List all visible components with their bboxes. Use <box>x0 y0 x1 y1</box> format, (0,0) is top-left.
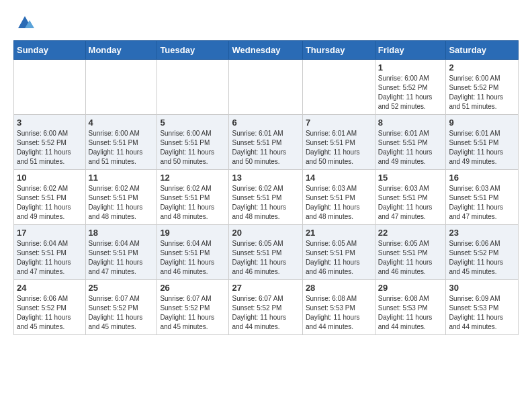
day-info: Sunrise: 6:00 AM Sunset: 5:51 PM Dayligh… <box>89 129 154 167</box>
day-number: 15 <box>378 173 443 183</box>
weekday-header-friday: Friday <box>375 41 446 60</box>
calendar-week-row: 17Sunrise: 6:04 AM Sunset: 5:51 PM Dayli… <box>14 225 519 280</box>
calendar-cell: 29Sunrise: 6:08 AM Sunset: 5:53 PM Dayli… <box>375 280 446 335</box>
weekday-header-row: SundayMondayTuesdayWednesdayThursdayFrid… <box>14 41 519 60</box>
day-info: Sunrise: 6:01 AM Sunset: 5:51 PM Dayligh… <box>378 129 443 167</box>
day-info: Sunrise: 6:01 AM Sunset: 5:51 PM Dayligh… <box>232 129 299 167</box>
calendar-cell: 20Sunrise: 6:05 AM Sunset: 5:51 PM Dayli… <box>229 225 302 280</box>
calendar-cell: 22Sunrise: 6:05 AM Sunset: 5:51 PM Dayli… <box>375 225 446 280</box>
day-number: 17 <box>17 228 83 238</box>
calendar-cell: 8Sunrise: 6:01 AM Sunset: 5:51 PM Daylig… <box>375 115 446 170</box>
day-number: 14 <box>306 173 372 183</box>
day-number: 16 <box>449 173 515 183</box>
day-info: Sunrise: 6:03 AM Sunset: 5:51 PM Dayligh… <box>378 184 443 222</box>
calendar-cell: 25Sunrise: 6:07 AM Sunset: 5:52 PM Dayli… <box>85 280 157 335</box>
calendar-cell: 23Sunrise: 6:06 AM Sunset: 5:52 PM Dayli… <box>446 225 519 280</box>
day-number: 19 <box>160 228 226 238</box>
day-info: Sunrise: 6:00 AM Sunset: 5:52 PM Dayligh… <box>378 74 443 111</box>
day-info: Sunrise: 6:02 AM Sunset: 5:51 PM Dayligh… <box>160 184 226 222</box>
calendar-cell: 10Sunrise: 6:02 AM Sunset: 5:51 PM Dayli… <box>14 170 86 225</box>
day-info: Sunrise: 6:09 AM Sunset: 5:53 PM Dayligh… <box>449 294 515 332</box>
calendar-cell: 4Sunrise: 6:00 AM Sunset: 5:51 PM Daylig… <box>85 115 157 170</box>
day-info: Sunrise: 6:04 AM Sunset: 5:51 PM Dayligh… <box>17 239 83 277</box>
weekday-header-wednesday: Wednesday <box>229 41 302 60</box>
calendar-week-row: 10Sunrise: 6:02 AM Sunset: 5:51 PM Dayli… <box>14 170 519 225</box>
day-info: Sunrise: 6:07 AM Sunset: 5:52 PM Dayligh… <box>160 294 226 332</box>
day-info: Sunrise: 6:07 AM Sunset: 5:52 PM Dayligh… <box>232 294 299 332</box>
day-info: Sunrise: 6:03 AM Sunset: 5:51 PM Dayligh… <box>449 184 515 222</box>
day-number: 7 <box>306 118 372 128</box>
calendar-cell: 13Sunrise: 6:02 AM Sunset: 5:51 PM Dayli… <box>229 170 302 225</box>
page: SundayMondayTuesdayWednesdayThursdayFrid… <box>0 0 532 342</box>
day-info: Sunrise: 6:05 AM Sunset: 5:51 PM Dayligh… <box>306 239 372 277</box>
day-number: 25 <box>89 283 154 293</box>
day-number: 10 <box>17 173 83 183</box>
calendar-week-row: 1Sunrise: 6:00 AM Sunset: 5:52 PM Daylig… <box>14 60 519 115</box>
day-number: 2 <box>449 62 515 73</box>
day-info: Sunrise: 6:05 AM Sunset: 5:51 PM Dayligh… <box>232 239 299 277</box>
day-info: Sunrise: 6:08 AM Sunset: 5:53 PM Dayligh… <box>306 294 372 332</box>
day-number: 30 <box>449 283 515 293</box>
day-number: 1 <box>378 62 443 73</box>
calendar-cell <box>157 60 229 115</box>
calendar-cell: 2Sunrise: 6:00 AM Sunset: 5:52 PM Daylig… <box>446 60 519 115</box>
day-info: Sunrise: 6:04 AM Sunset: 5:51 PM Dayligh… <box>160 239 226 277</box>
day-number: 18 <box>89 228 154 238</box>
weekday-header-monday: Monday <box>85 41 157 60</box>
day-number: 4 <box>89 118 154 128</box>
day-info: Sunrise: 6:02 AM Sunset: 5:51 PM Dayligh… <box>89 184 154 222</box>
calendar-cell: 28Sunrise: 6:08 AM Sunset: 5:53 PM Dayli… <box>302 280 375 335</box>
weekday-header-tuesday: Tuesday <box>157 41 229 60</box>
calendar-cell: 19Sunrise: 6:04 AM Sunset: 5:51 PM Dayli… <box>157 225 229 280</box>
day-info: Sunrise: 6:01 AM Sunset: 5:51 PM Dayligh… <box>306 129 372 167</box>
calendar-cell: 17Sunrise: 6:04 AM Sunset: 5:51 PM Dayli… <box>14 225 86 280</box>
weekday-header-saturday: Saturday <box>446 41 519 60</box>
header <box>13 13 519 32</box>
day-info: Sunrise: 6:04 AM Sunset: 5:51 PM Dayligh… <box>89 239 154 277</box>
day-number: 23 <box>449 228 515 238</box>
day-number: 3 <box>17 118 83 128</box>
day-info: Sunrise: 6:02 AM Sunset: 5:51 PM Dayligh… <box>232 184 299 222</box>
calendar-cell: 24Sunrise: 6:06 AM Sunset: 5:52 PM Dayli… <box>14 280 86 335</box>
day-info: Sunrise: 6:06 AM Sunset: 5:52 PM Dayligh… <box>17 294 83 332</box>
logo-icon <box>15 13 35 32</box>
day-number: 12 <box>160 173 226 183</box>
day-number: 24 <box>17 283 83 293</box>
day-info: Sunrise: 6:00 AM Sunset: 5:51 PM Dayligh… <box>160 129 226 167</box>
day-number: 20 <box>232 228 299 238</box>
calendar-cell: 12Sunrise: 6:02 AM Sunset: 5:51 PM Dayli… <box>157 170 229 225</box>
day-number: 21 <box>306 228 372 238</box>
day-number: 13 <box>232 173 299 183</box>
calendar-cell: 16Sunrise: 6:03 AM Sunset: 5:51 PM Dayli… <box>446 170 519 225</box>
calendar-cell: 9Sunrise: 6:01 AM Sunset: 5:51 PM Daylig… <box>446 115 519 170</box>
calendar-cell: 21Sunrise: 6:05 AM Sunset: 5:51 PM Dayli… <box>302 225 375 280</box>
day-number: 29 <box>378 283 443 293</box>
day-number: 8 <box>378 118 443 128</box>
day-number: 9 <box>449 118 515 128</box>
day-number: 26 <box>160 283 226 293</box>
logo <box>13 13 35 32</box>
weekday-header-thursday: Thursday <box>302 41 375 60</box>
calendar-cell: 27Sunrise: 6:07 AM Sunset: 5:52 PM Dayli… <box>229 280 302 335</box>
day-info: Sunrise: 6:00 AM Sunset: 5:52 PM Dayligh… <box>449 74 515 111</box>
day-info: Sunrise: 6:06 AM Sunset: 5:52 PM Dayligh… <box>449 239 515 277</box>
day-number: 28 <box>306 283 372 293</box>
calendar-table: SundayMondayTuesdayWednesdayThursdayFrid… <box>13 40 519 335</box>
calendar-cell: 30Sunrise: 6:09 AM Sunset: 5:53 PM Dayli… <box>446 280 519 335</box>
day-info: Sunrise: 6:05 AM Sunset: 5:51 PM Dayligh… <box>378 239 443 277</box>
calendar-cell: 15Sunrise: 6:03 AM Sunset: 5:51 PM Dayli… <box>375 170 446 225</box>
day-info: Sunrise: 6:07 AM Sunset: 5:52 PM Dayligh… <box>89 294 154 332</box>
day-info: Sunrise: 6:08 AM Sunset: 5:53 PM Dayligh… <box>378 294 443 332</box>
calendar-cell: 1Sunrise: 6:00 AM Sunset: 5:52 PM Daylig… <box>375 60 446 115</box>
day-info: Sunrise: 6:03 AM Sunset: 5:51 PM Dayligh… <box>306 184 372 222</box>
day-info: Sunrise: 6:00 AM Sunset: 5:52 PM Dayligh… <box>17 129 83 167</box>
weekday-header-sunday: Sunday <box>14 41 86 60</box>
calendar-cell <box>85 60 157 115</box>
calendar-cell: 18Sunrise: 6:04 AM Sunset: 5:51 PM Dayli… <box>85 225 157 280</box>
calendar-cell: 11Sunrise: 6:02 AM Sunset: 5:51 PM Dayli… <box>85 170 157 225</box>
day-number: 27 <box>232 283 299 293</box>
calendar-cell: 3Sunrise: 6:00 AM Sunset: 5:52 PM Daylig… <box>14 115 86 170</box>
day-info: Sunrise: 6:02 AM Sunset: 5:51 PM Dayligh… <box>17 184 83 222</box>
calendar-cell <box>14 60 86 115</box>
day-info: Sunrise: 6:01 AM Sunset: 5:51 PM Dayligh… <box>449 129 515 167</box>
